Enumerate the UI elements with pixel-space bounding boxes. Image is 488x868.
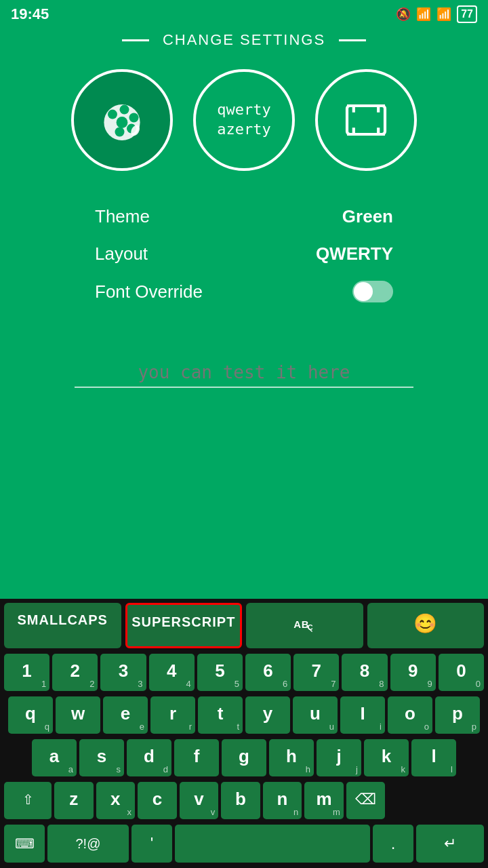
font-override-toggle[interactable]	[352, 281, 393, 302]
smallcaps-key[interactable]: SMALLCAPS	[4, 603, 121, 648]
layout-value: QWERTY	[316, 243, 393, 264]
key-e[interactable]: ee	[103, 696, 148, 734]
palette-icon	[98, 96, 146, 144]
key-r[interactable]: rr	[150, 696, 195, 734]
key-c[interactable]: c	[138, 782, 177, 819]
key-l[interactable]: ll	[411, 739, 456, 776]
shift-key[interactable]: ⇧	[4, 782, 52, 819]
theme-setting-row[interactable]: Theme Green	[54, 198, 434, 235]
key-b[interactable]: b	[221, 782, 260, 819]
font-override-label: Font Override	[95, 281, 203, 302]
keyboard-switch-key[interactable]: ⌨	[4, 825, 45, 863]
status-bar: 19:45 🔕 📶 📶 77	[0, 0, 488, 28]
battery-indicator: 77	[457, 5, 477, 23]
key-x[interactable]: xx	[96, 782, 136, 819]
abc-icon: AB C	[293, 612, 316, 635]
backspace-key[interactable]: ⌫	[346, 782, 386, 819]
toggle-knob	[354, 282, 373, 301]
header-line-right	[339, 39, 366, 41]
qwerty-row-1: qq w ee rr tt y uu Ii oo pp	[0, 694, 488, 736]
key-s[interactable]: ss	[79, 739, 124, 776]
layout-icon-button[interactable]: qwerty azerty	[193, 69, 295, 171]
key-p[interactable]: pp	[435, 696, 480, 734]
key-n[interactable]: nn	[263, 782, 302, 819]
font-override-setting-row[interactable]: Font Override	[54, 273, 434, 311]
period-key[interactable]: .	[373, 825, 413, 863]
key-1[interactable]: 11	[4, 654, 49, 691]
settings-section: Theme Green Layout QWERTY Font Override	[0, 191, 488, 317]
key-u[interactable]: uu	[293, 696, 338, 734]
settings-icons-row: qwerty azerty	[0, 62, 488, 191]
key-4[interactable]: 44	[149, 654, 195, 691]
key-2[interactable]: 22	[52, 654, 98, 691]
mute-icon: 🔕	[396, 7, 411, 22]
signal-icon-2: 📶	[436, 7, 451, 22]
key-z[interactable]: z	[54, 782, 94, 819]
enter-key[interactable]: ↵	[416, 825, 484, 863]
key-5[interactable]: 55	[197, 654, 243, 691]
signal-icon: 📶	[416, 7, 431, 22]
key-h[interactable]: hh	[269, 739, 314, 776]
page-header: CHANGE SETTINGS	[0, 28, 488, 62]
layout-icon-text: qwerty azerty	[217, 100, 270, 139]
header-line-left	[122, 39, 149, 41]
key-0[interactable]: 00	[439, 654, 484, 691]
emoji-key[interactable]: 😊	[367, 603, 485, 648]
header-title: CHANGE SETTINGS	[163, 31, 325, 49]
key-m[interactable]: mm	[304, 782, 344, 819]
status-icons: 🔕 📶 📶 77	[396, 5, 477, 23]
test-area	[0, 317, 488, 401]
layout-label: Layout	[95, 243, 148, 264]
key-j[interactable]: jj	[317, 739, 361, 776]
svg-text:AB: AB	[294, 618, 310, 630]
theme-icon-button[interactable]	[71, 69, 173, 171]
svg-point-3	[129, 113, 139, 123]
superscript-key[interactable]: SUPERSCRIPT	[125, 603, 243, 648]
function-row: SMALLCAPS SUPERSCRIPT AB C 😊	[0, 599, 488, 651]
shift-row: ⇧ z xx c vv b nn mm ⌫	[0, 779, 488, 822]
qwerty-row-2: aa ss dd f g hh jj kk ll	[0, 736, 488, 779]
resize-icon	[342, 96, 390, 144]
theme-label: Theme	[95, 206, 150, 227]
key-a[interactable]: aa	[32, 739, 77, 776]
layout-text-line2: azerty	[217, 120, 270, 140]
time: 19:45	[11, 5, 49, 23]
key-f[interactable]: f	[174, 739, 219, 776]
key-q[interactable]: qq	[8, 696, 53, 734]
number-row: 11 22 33 44 55 66 77 88 99 00	[0, 651, 488, 694]
key-t[interactable]: tt	[198, 696, 243, 734]
svg-point-1	[108, 110, 117, 119]
key-6[interactable]: 66	[245, 654, 291, 691]
key-w[interactable]: w	[56, 696, 100, 734]
svg-point-2	[120, 105, 129, 115]
key-7[interactable]: 77	[293, 654, 339, 691]
test-input[interactable]	[75, 358, 413, 388]
key-d[interactable]: dd	[127, 739, 171, 776]
bottom-row: ⌨ ?!@ ' . ↵	[0, 822, 488, 868]
layout-setting-row[interactable]: Layout QWERTY	[54, 235, 434, 273]
theme-value: Green	[342, 206, 393, 227]
svg-point-5	[115, 127, 125, 137]
key-I[interactable]: Ii	[340, 696, 385, 734]
space-key[interactable]	[175, 825, 370, 863]
layout-text-line1: qwerty	[217, 100, 270, 120]
apostrophe-key[interactable]: '	[131, 825, 172, 863]
key-3[interactable]: 33	[100, 654, 146, 691]
key-8[interactable]: 88	[342, 654, 387, 691]
resize-icon-button[interactable]	[315, 69, 417, 171]
key-9[interactable]: 99	[390, 654, 436, 691]
abc-key[interactable]: AB C	[246, 603, 363, 648]
keyboard: SMALLCAPS SUPERSCRIPT AB C 😊 11 22 33 44…	[0, 599, 488, 868]
key-k[interactable]: kk	[364, 739, 409, 776]
key-v[interactable]: vv	[180, 782, 219, 819]
key-y[interactable]: y	[245, 696, 290, 734]
symbols-key[interactable]: ?!@	[47, 825, 129, 863]
key-o[interactable]: oo	[388, 696, 432, 734]
svg-point-6	[117, 117, 128, 128]
key-g[interactable]: g	[222, 739, 266, 776]
